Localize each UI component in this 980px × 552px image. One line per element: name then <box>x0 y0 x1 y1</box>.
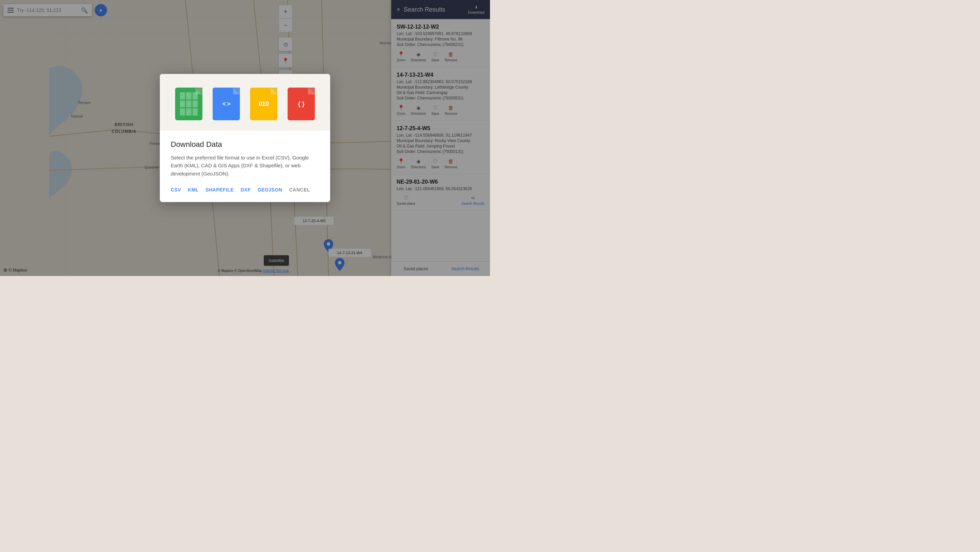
csv-grid <box>175 87 202 120</box>
kml-button[interactable]: KML <box>188 186 199 194</box>
csv-file-icon <box>175 87 202 120</box>
modal-icons-area: < > 010 { } <box>160 74 330 130</box>
modal-overlay: < > 010 { } Download Data Select the pre… <box>0 0 490 276</box>
modal-action-buttons: CSV KML SHAPEFILE DXF GEOJSON CANCEL <box>171 186 319 194</box>
cancel-button[interactable]: CANCEL <box>289 186 310 194</box>
download-modal: < > 010 { } Download Data Select the pre… <box>160 74 330 202</box>
geojson-button[interactable]: GEOJSON <box>258 186 283 194</box>
kml-icon-content: < > <box>222 100 230 108</box>
modal-body: Download Data Select the preferred file … <box>160 130 330 202</box>
geojson-file-icon: { } <box>288 87 315 120</box>
file-fold-json <box>308 87 315 94</box>
modal-description: Select the preferred file format to use … <box>171 154 319 178</box>
file-fold-shp <box>270 87 277 94</box>
file-fold-kml <box>233 87 240 94</box>
geojson-icon-content: { } <box>298 100 304 108</box>
shapefile-button[interactable]: SHAPEFILE <box>205 186 234 194</box>
csv-button[interactable]: CSV <box>171 186 181 194</box>
modal-title: Download Data <box>171 140 319 149</box>
dxf-button[interactable]: DXF <box>240 186 251 194</box>
kml-file-icon: < > <box>213 87 240 120</box>
shp-icon-content: 010 <box>259 100 269 108</box>
shapefile-icon: 010 <box>250 87 277 120</box>
